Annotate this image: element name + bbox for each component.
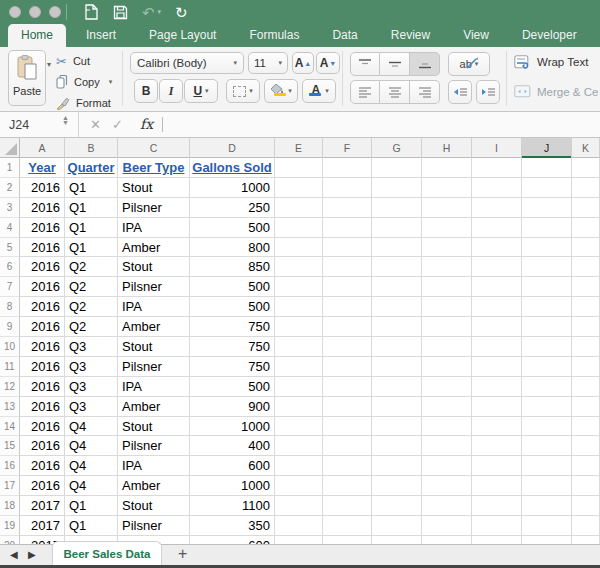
cell-J9[interactable]	[522, 317, 572, 337]
ribbon-tab-view[interactable]: View	[450, 24, 502, 47]
cell-B10[interactable]: Q3	[65, 337, 118, 357]
prev-sheet-arrow[interactable]: ◀	[10, 549, 18, 560]
cell-G7[interactable]	[372, 277, 422, 297]
cell-D1[interactable]: Gallons Sold	[190, 158, 275, 178]
cell-I10[interactable]	[472, 337, 522, 357]
font-color-dropdown-icon[interactable]: ▾	[325, 87, 329, 95]
cell-J2[interactable]	[522, 178, 572, 198]
cell-D14[interactable]: 1000	[190, 417, 275, 437]
cell-E5[interactable]	[275, 238, 323, 258]
cell-I11[interactable]	[472, 357, 522, 377]
cell-G8[interactable]	[372, 297, 422, 317]
insert-function-icon[interactable]: fx	[140, 116, 153, 132]
col-header-H[interactable]: H	[422, 138, 472, 158]
add-sheet-button[interactable]: +	[178, 545, 187, 563]
cell-I19[interactable]	[472, 516, 522, 536]
cell-G2[interactable]	[372, 178, 422, 198]
cell-E7[interactable]	[275, 277, 323, 297]
decrease-indent-button[interactable]	[448, 80, 472, 104]
ribbon-tab-home[interactable]: Home	[8, 24, 66, 47]
cell-D9[interactable]: 750	[190, 317, 275, 337]
cell-J5[interactable]	[522, 238, 572, 258]
cell-B15[interactable]: Q4	[65, 436, 118, 456]
cell-F7[interactable]	[323, 277, 372, 297]
col-header-D[interactable]: D	[190, 138, 275, 158]
cell-D6[interactable]: 850	[190, 257, 275, 277]
underline-button[interactable]: U ▾	[184, 79, 218, 103]
cell-J6[interactable]	[522, 257, 572, 277]
cell-C15[interactable]: Pilsner	[118, 436, 190, 456]
cell-K15[interactable]	[572, 436, 600, 456]
orientation-button[interactable]: ab ▾	[448, 52, 490, 76]
bold-button[interactable]: B	[134, 79, 158, 103]
cell-E3[interactable]	[275, 198, 323, 218]
cell-D20[interactable]: 600	[190, 536, 275, 544]
cell-I2[interactable]	[472, 178, 522, 198]
row-header-18[interactable]: 18	[0, 496, 20, 516]
underline-dropdown-icon[interactable]: ▾	[205, 87, 209, 95]
cell-B17[interactable]: Q4	[65, 476, 118, 496]
cell-H1[interactable]	[422, 158, 472, 178]
cell-E11[interactable]	[275, 357, 323, 377]
cell-K6[interactable]	[572, 257, 600, 277]
cell-C19[interactable]: Pilsner	[118, 516, 190, 536]
cell-D19[interactable]: 350	[190, 516, 275, 536]
ribbon-tab-data[interactable]: Data	[319, 24, 370, 47]
align-left-button[interactable]	[350, 80, 380, 104]
cell-C18[interactable]: Stout	[118, 496, 190, 516]
cell-C5[interactable]: Amber	[118, 238, 190, 258]
cell-G15[interactable]	[372, 436, 422, 456]
cell-E4[interactable]	[275, 218, 323, 238]
cell-A10[interactable]: 2016	[20, 337, 65, 357]
align-top-button[interactable]	[350, 52, 380, 76]
row-header-3[interactable]: 3	[0, 198, 20, 218]
cell-G6[interactable]	[372, 257, 422, 277]
cell-F6[interactable]	[323, 257, 372, 277]
cell-B11[interactable]: Q3	[65, 357, 118, 377]
cell-B14[interactable]: Q4	[65, 417, 118, 437]
cell-D10[interactable]: 750	[190, 337, 275, 357]
cell-G9[interactable]	[372, 317, 422, 337]
increase-font-size-button[interactable]: A▲	[292, 52, 314, 74]
cell-C1[interactable]: Beer Type	[118, 158, 190, 178]
cell-C17[interactable]: Amber	[118, 476, 190, 496]
increase-indent-button[interactable]	[476, 80, 500, 104]
paste-dropdown-icon[interactable]: ▾	[47, 60, 51, 69]
row-header-20[interactable]: 20	[0, 536, 20, 544]
cell-I3[interactable]	[472, 198, 522, 218]
cell-J20[interactable]	[522, 536, 572, 544]
cell-A5[interactable]: 2016	[20, 238, 65, 258]
close-button[interactable]	[9, 6, 21, 18]
cell-B7[interactable]: Q2	[65, 277, 118, 297]
redo-icon[interactable]: ↻	[175, 5, 188, 20]
cell-H20[interactable]	[422, 536, 472, 544]
cell-E10[interactable]	[275, 337, 323, 357]
cell-G11[interactable]	[372, 357, 422, 377]
ribbon-tab-formulas[interactable]: Formulas	[236, 24, 312, 47]
name-box[interactable]: J24	[9, 118, 29, 132]
cut-button[interactable]: ✂ Cut	[56, 53, 90, 69]
cell-K14[interactable]	[572, 417, 600, 437]
cell-B5[interactable]: Q1	[65, 238, 118, 258]
cell-I17[interactable]	[472, 476, 522, 496]
cell-E9[interactable]	[275, 317, 323, 337]
cell-E17[interactable]	[275, 476, 323, 496]
cell-C3[interactable]: Pilsner	[118, 198, 190, 218]
col-header-I[interactable]: I	[472, 138, 522, 158]
cell-H14[interactable]	[422, 417, 472, 437]
col-header-A[interactable]: A	[20, 138, 65, 158]
cell-E14[interactable]	[275, 417, 323, 437]
cell-C13[interactable]: Amber	[118, 397, 190, 417]
cell-I13[interactable]	[472, 397, 522, 417]
borders-button[interactable]: ▾	[226, 79, 260, 103]
cell-G10[interactable]	[372, 337, 422, 357]
cell-F9[interactable]	[323, 317, 372, 337]
row-header-7[interactable]: 7	[0, 277, 20, 297]
cell-K19[interactable]	[572, 516, 600, 536]
cell-C6[interactable]: Stout	[118, 257, 190, 277]
cell-H13[interactable]	[422, 397, 472, 417]
cell-J19[interactable]	[522, 516, 572, 536]
cell-A8[interactable]: 2016	[20, 297, 65, 317]
font-family-select[interactable]: Calibri (Body) ▾	[130, 52, 244, 74]
cell-F1[interactable]	[323, 158, 372, 178]
